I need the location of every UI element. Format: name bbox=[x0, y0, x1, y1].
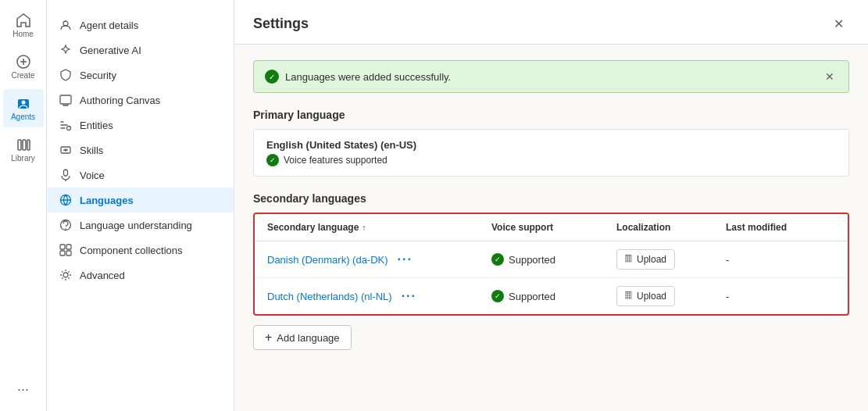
more-options-button-0[interactable]: ··· bbox=[395, 251, 416, 268]
success-banner: ✓ Languages were added successfully. ✕ bbox=[253, 60, 849, 93]
nav-item-library[interactable]: Library bbox=[3, 130, 44, 169]
nav-item-library-label: Library bbox=[11, 154, 35, 163]
sidebar-item-voice[interactable]: Voice bbox=[47, 163, 234, 188]
entities-icon bbox=[59, 119, 72, 131]
voice-support-label-0: Supported bbox=[509, 254, 555, 266]
sidebar-item-generative-ai[interactable]: Generative AI bbox=[47, 38, 234, 63]
table-row: Dutch (Netherlands) (nl-NL) ··· ✓ Suppor… bbox=[255, 278, 848, 314]
svg-rect-15 bbox=[66, 245, 71, 249]
sidebar-item-language-understanding[interactable]: Language understanding bbox=[47, 213, 234, 238]
col-label-language: Secondary language bbox=[267, 222, 359, 233]
authoring-canvas-icon bbox=[59, 94, 72, 106]
col-header-language: Secondary language ↑ bbox=[267, 222, 491, 233]
advanced-icon bbox=[59, 269, 72, 281]
lang-cell-0: Danish (Denmark) (da-DK) ··· bbox=[267, 251, 491, 268]
nav-item-home-label: Home bbox=[13, 30, 34, 38]
nav-more-label: ... bbox=[17, 378, 29, 395]
col-header-localization: Localization bbox=[616, 222, 726, 233]
generative-ai-icon bbox=[59, 44, 72, 56]
secondary-languages-section: Secondary languages Secondary language ↑… bbox=[253, 192, 849, 350]
nav-item-create-label: Create bbox=[11, 71, 34, 80]
sidebar-item-advanced[interactable]: Advanced bbox=[47, 263, 234, 288]
sidebar: Agent details Generative AI Security Aut… bbox=[47, 0, 234, 411]
skills-icon bbox=[59, 144, 72, 156]
home-icon bbox=[16, 13, 31, 28]
nav-item-agents[interactable]: Agents bbox=[3, 89, 44, 127]
banner-close-button[interactable]: ✕ bbox=[822, 69, 838, 84]
sidebar-item-skills[interactable]: Skills bbox=[47, 138, 234, 163]
sidebar-item-entities[interactable]: Entities bbox=[47, 113, 234, 138]
banner-close-icon: ✕ bbox=[825, 70, 834, 83]
sidebar-item-languages[interactable]: Languages bbox=[47, 188, 234, 213]
svg-rect-14 bbox=[60, 245, 65, 249]
sidebar-item-authoring-canvas-label: Authoring Canvas bbox=[80, 95, 160, 106]
localization-cell-0: 𝄜 Upload bbox=[616, 249, 726, 270]
sidebar-item-security-label: Security bbox=[80, 70, 116, 81]
success-icon: ✓ bbox=[265, 70, 279, 84]
voice-support-cell-1: ✓ Supported bbox=[491, 290, 616, 302]
sidebar-item-entities-label: Entities bbox=[80, 120, 113, 131]
content-area: ✓ Languages were added successfully. ✕ P… bbox=[234, 45, 868, 411]
table-row: Danish (Denmark) (da-DK) ··· ✓ Supported… bbox=[255, 241, 848, 278]
sidebar-item-agent-details-label: Agent details bbox=[80, 20, 138, 31]
library-icon bbox=[16, 137, 31, 152]
modified-cell-0: - bbox=[726, 254, 835, 266]
svg-point-2 bbox=[21, 101, 25, 105]
primary-language-title: Primary language bbox=[253, 109, 849, 121]
language-understanding-icon bbox=[59, 219, 72, 231]
primary-language-name: English (United States) (en-US) bbox=[266, 139, 836, 151]
header-title: Settings bbox=[253, 16, 309, 32]
main-content: Settings ✕ ✓ Languages were added succes… bbox=[234, 0, 868, 411]
close-button[interactable]: ✕ bbox=[827, 13, 849, 34]
voice-check-icon: ✓ bbox=[266, 154, 279, 166]
sidebar-item-authoring-canvas[interactable]: Authoring Canvas bbox=[47, 88, 234, 113]
sidebar-item-advanced-label: Advanced bbox=[80, 270, 125, 281]
upload-label-1: Upload bbox=[637, 291, 666, 302]
sidebar-item-agent-details[interactable]: Agent details bbox=[47, 13, 234, 38]
create-icon bbox=[16, 54, 31, 70]
upload-label-0: Upload bbox=[637, 254, 666, 265]
voice-label: Voice features supported bbox=[284, 155, 388, 166]
banner-message: Languages were added successfully. bbox=[285, 71, 451, 83]
upload-icon-1: 𝄜 bbox=[625, 290, 632, 302]
secondary-languages-title: Secondary languages bbox=[253, 192, 849, 205]
sort-arrow-icon: ↑ bbox=[362, 223, 366, 232]
close-icon: ✕ bbox=[834, 16, 844, 31]
primary-language-box: English (United States) (en-US) ✓ Voice … bbox=[253, 129, 849, 177]
col-header-modified: Last modified bbox=[726, 222, 835, 233]
supported-check-icon-1: ✓ bbox=[491, 290, 504, 302]
lang-cell-1: Dutch (Netherlands) (nl-NL) ··· bbox=[267, 288, 491, 305]
agent-details-icon bbox=[59, 19, 72, 31]
voice-support-label-1: Supported bbox=[509, 291, 555, 302]
upload-button-0[interactable]: 𝄜 Upload bbox=[616, 249, 675, 270]
left-nav: Home Create Agents Library ... bbox=[0, 0, 47, 411]
add-language-button[interactable]: + Add language bbox=[253, 325, 352, 350]
header: Settings ✕ bbox=[234, 0, 868, 45]
language-link-0[interactable]: Danish (Denmark) (da-DK) bbox=[267, 254, 388, 266]
languages-icon bbox=[59, 194, 72, 206]
sidebar-item-voice-label: Voice bbox=[80, 170, 105, 181]
nav-item-home[interactable]: Home bbox=[3, 6, 44, 45]
svg-point-8 bbox=[67, 127, 71, 130]
svg-rect-16 bbox=[60, 251, 65, 256]
sidebar-item-component-collections[interactable]: Component collections bbox=[47, 238, 234, 263]
nav-more[interactable]: ... bbox=[3, 373, 44, 398]
col-label-voice: Voice support bbox=[491, 222, 553, 233]
svg-point-13 bbox=[65, 228, 66, 230]
svg-point-6 bbox=[63, 21, 68, 26]
sidebar-item-security[interactable]: Security bbox=[47, 63, 234, 88]
security-icon bbox=[59, 69, 72, 81]
language-link-1[interactable]: Dutch (Netherlands) (nl-NL) bbox=[267, 291, 392, 302]
success-banner-left: ✓ Languages were added successfully. bbox=[265, 70, 451, 84]
sidebar-item-language-understanding-label: Language understanding bbox=[80, 220, 192, 231]
svg-point-18 bbox=[63, 273, 68, 277]
plus-icon: + bbox=[265, 331, 272, 345]
svg-rect-7 bbox=[60, 95, 71, 104]
nav-item-create[interactable]: Create bbox=[3, 48, 44, 86]
col-label-localization: Localization bbox=[616, 222, 670, 233]
more-options-button-1[interactable]: ··· bbox=[398, 288, 420, 305]
supported-check-icon-0: ✓ bbox=[491, 253, 504, 266]
agents-icon bbox=[16, 95, 31, 111]
upload-button-1[interactable]: 𝄜 Upload bbox=[616, 286, 675, 306]
voice-support-cell-0: ✓ Supported bbox=[491, 253, 616, 266]
